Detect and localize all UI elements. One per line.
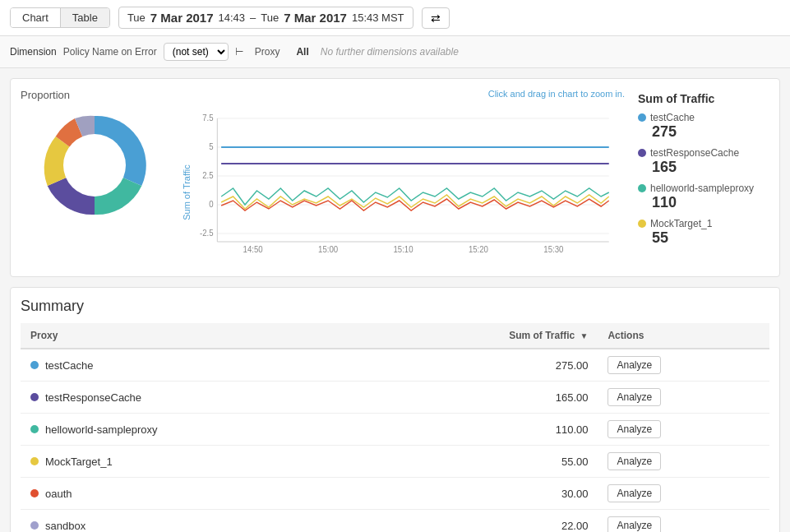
- refresh-button[interactable]: ⇄: [422, 7, 450, 29]
- traffic-value-3: 55.00: [366, 446, 598, 478]
- legend-item-1: testResponseCache 165: [638, 147, 769, 176]
- analyze-button-3[interactable]: Analyze: [608, 452, 661, 470]
- svg-text:14:50: 14:50: [243, 245, 264, 254]
- sort-icon: ▼: [580, 331, 589, 340]
- actions-cell-2: Analyze: [598, 414, 769, 446]
- line-chart-area: Click and drag in chart to zoom in. Sum …: [182, 89, 625, 266]
- traffic-value-1: 165.00: [366, 382, 598, 414]
- top-bar: Chart Table Tue 7 Mar 2017 14:43 – Tue 7…: [0, 0, 790, 36]
- proxy-dot-0: [30, 361, 39, 369]
- proxy-dot-5: [30, 521, 39, 530]
- traffic-value-0: 275.00: [366, 349, 598, 382]
- svg-text:15:00: 15:00: [318, 245, 339, 254]
- col-actions: Actions: [598, 323, 769, 349]
- traffic-value-4: 30.00: [366, 478, 598, 510]
- date-time1: 14:43: [219, 12, 246, 24]
- actions-cell-3: Analyze: [598, 446, 769, 478]
- legend-value-0: 275: [638, 123, 769, 141]
- main-content: Proportion: [0, 68, 790, 532]
- proxy-name-1: testResponseCache: [45, 391, 141, 404]
- col-traffic[interactable]: Sum of Traffic ▼: [366, 323, 598, 349]
- no-dimensions-text: No further dimensions available: [321, 46, 459, 58]
- summary-section: Summary Proxy Sum of Traffic ▼ Actions t…: [10, 287, 780, 532]
- date-value1: 7 Mar 2017: [150, 11, 214, 25]
- actions-cell-4: Analyze: [598, 478, 769, 510]
- proxy-cell-5: sandbox: [21, 510, 366, 533]
- proxy-name-2: helloworld-sampleproxy: [45, 423, 158, 436]
- not-set-select[interactable]: (not set): [164, 43, 229, 61]
- traffic-value-2: 110.00: [366, 414, 598, 446]
- table-row: helloworld-sampleproxy 110.00 Analyze: [21, 414, 769, 446]
- legend-item-2: helloworld-sampleproxy 110: [638, 183, 769, 211]
- proxy-cell-3: MockTarget_1: [21, 446, 366, 478]
- dimension-label: Dimension: [10, 46, 57, 58]
- date-value2: 7 Mar 2017: [284, 11, 347, 25]
- proxy-cell-2: helloworld-sampleproxy: [21, 414, 366, 446]
- summary-title: Summary: [21, 298, 769, 315]
- col-proxy: Proxy: [21, 323, 366, 349]
- date-dash: –: [250, 12, 256, 24]
- legend-value-1: 165: [638, 159, 769, 176]
- svg-text:15:30: 15:30: [543, 245, 564, 254]
- actions-cell-0: Analyze: [598, 349, 769, 382]
- legend-dot-1: [638, 149, 646, 157]
- proxy-name-5: sandbox: [45, 520, 85, 532]
- actions-cell-5: Analyze: [598, 510, 769, 533]
- actions-cell-1: Analyze: [598, 382, 769, 414]
- table-row: oauth 30.00 Analyze: [21, 478, 769, 510]
- analyze-button-1[interactable]: Analyze: [608, 388, 661, 406]
- proxy-name-3: MockTarget_1: [45, 456, 113, 468]
- legend-name-1: testResponseCache: [638, 147, 769, 159]
- date-day1: Tue: [127, 12, 146, 24]
- legend-item-3: MockTarget_1 55: [638, 218, 769, 247]
- proxy-name-4: oauth: [45, 488, 72, 500]
- proxy-cell-4: oauth: [21, 478, 366, 510]
- legend-value-2: 110: [638, 194, 769, 211]
- chart-tab[interactable]: Chart: [11, 8, 61, 27]
- date-range-picker[interactable]: Tue 7 Mar 2017 14:43 – Tue 7 Mar 2017 15…: [118, 7, 413, 29]
- table-header-row: Proxy Sum of Traffic ▼ Actions: [21, 323, 769, 349]
- date-day2: Tue: [261, 12, 279, 24]
- zoom-hint: Click and drag in chart to zoom in.: [488, 89, 625, 99]
- svg-text:7.5: 7.5: [202, 113, 214, 123]
- proportion-title: Proportion: [21, 89, 169, 101]
- svg-text:-2.5: -2.5: [200, 229, 214, 238]
- legend-name-2: helloworld-sampleproxy: [638, 183, 769, 194]
- proxy-dot-4: [30, 489, 39, 497]
- filter-bar: Dimension Policy Name on Error (not set)…: [0, 36, 790, 68]
- date-time2: 15:43 MST: [352, 12, 404, 24]
- svg-text:Sum of Traffic: Sum of Traffic: [182, 164, 192, 220]
- svg-point-0: [63, 134, 126, 197]
- filter-separator-icon: ⊢: [235, 46, 243, 58]
- proxy-cell-0: testCache: [21, 349, 366, 382]
- legend-dot-0: [638, 113, 646, 122]
- analyze-button-2[interactable]: Analyze: [608, 420, 661, 438]
- donut-chart: [37, 108, 152, 223]
- table-row: testResponseCache 165.00 Analyze: [21, 382, 769, 414]
- analyze-button-5[interactable]: Analyze: [608, 516, 661, 532]
- table-tab[interactable]: Table: [61, 8, 109, 27]
- svg-text:15:20: 15:20: [469, 245, 489, 254]
- svg-text:0: 0: [209, 200, 214, 209]
- line-chart-canvas[interactable]: Sum of Traffic 7.5 5 2.5 0 -2.5: [182, 102, 625, 266]
- traffic-value-5: 22.00: [366, 510, 598, 533]
- legend-area: Sum of Traffic testCache 275 testRespons…: [638, 89, 769, 266]
- legend-dot-2: [638, 184, 646, 192]
- legend-title: Sum of Traffic: [638, 92, 769, 105]
- legend-name-3: MockTarget_1: [638, 218, 769, 229]
- proxy-dot-1: [30, 393, 39, 401]
- table-row: MockTarget_1 55.00 Analyze: [21, 446, 769, 478]
- svg-text:15:10: 15:10: [393, 245, 413, 254]
- table-row: testCache 275.00 Analyze: [21, 349, 769, 382]
- legend-value-3: 55: [638, 229, 769, 247]
- chart-section: Proportion: [10, 78, 780, 277]
- summary-table: Proxy Sum of Traffic ▼ Actions testCache…: [21, 323, 769, 532]
- proxy-filter-link[interactable]: Proxy: [250, 44, 285, 59]
- svg-text:2.5: 2.5: [202, 171, 214, 180]
- view-tab-group: Chart Table: [10, 7, 110, 28]
- analyze-button-0[interactable]: Analyze: [608, 356, 661, 374]
- legend-item-0: testCache 275: [638, 112, 769, 141]
- policy-name-filter: Policy Name on Error: [63, 46, 157, 58]
- all-filter-link[interactable]: All: [291, 44, 313, 59]
- analyze-button-4[interactable]: Analyze: [608, 484, 661, 502]
